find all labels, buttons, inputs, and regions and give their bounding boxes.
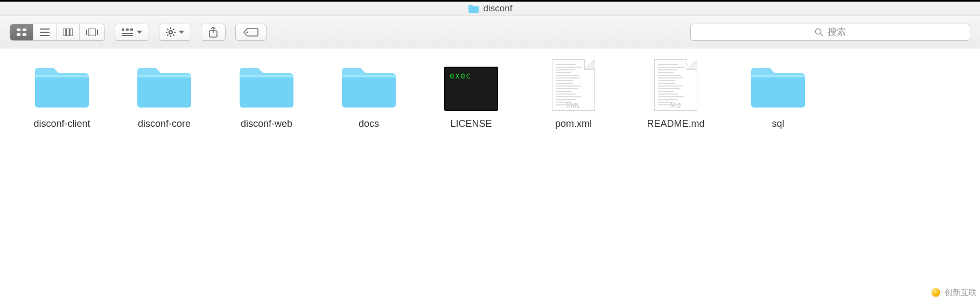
svg-rect-36 <box>240 75 293 108</box>
svg-line-23 <box>167 28 169 30</box>
search-placeholder: 搜索 <box>828 26 846 38</box>
grid-icon <box>17 28 26 36</box>
svg-point-30 <box>816 28 821 34</box>
file-grid[interactable]: disconf-clientdisconf-coredisconf-webdoc… <box>0 48 980 175</box>
list-icon <box>40 28 50 36</box>
watermark: 创新互联 <box>930 287 977 298</box>
folder-icon-wrap <box>32 59 92 111</box>
toolbar: 搜索 <box>0 16 980 48</box>
chevron-down-icon <box>137 31 142 34</box>
svg-rect-15 <box>130 28 133 31</box>
gallery-icon <box>86 28 98 36</box>
doc-icon-wrap: MD <box>646 59 706 111</box>
svg-line-26 <box>173 28 174 30</box>
svg-rect-4 <box>40 28 50 30</box>
titlebar: disconf <box>0 0 980 16</box>
file-item[interactable]: execLICENSE <box>420 59 522 161</box>
folder-icon-wrap <box>236 59 297 111</box>
folder-icon-wrap <box>748 59 808 111</box>
folder-icon <box>468 4 479 13</box>
file-item[interactable]: disconf-web <box>215 59 318 161</box>
svg-rect-12 <box>97 30 98 35</box>
file-label: pom.xml <box>555 118 592 130</box>
svg-rect-34 <box>137 75 191 108</box>
svg-rect-14 <box>126 28 129 31</box>
exec-icon: exec <box>444 67 498 111</box>
file-item[interactable]: XMLpom.xml <box>522 59 625 161</box>
view-column-button[interactable] <box>57 24 80 40</box>
folder-icon-wrap <box>339 59 399 111</box>
svg-rect-32 <box>35 75 89 108</box>
view-icon-button[interactable] <box>10 24 33 40</box>
arrange-button[interactable] <box>115 24 149 40</box>
search-input[interactable]: 搜索 <box>690 24 970 41</box>
svg-rect-3 <box>23 33 26 36</box>
file-item[interactable]: docs <box>318 59 420 161</box>
view-gallery-button[interactable] <box>80 24 104 40</box>
chevron-down-icon <box>179 31 184 34</box>
svg-rect-38 <box>342 75 396 108</box>
folder-icon-wrap <box>134 59 194 111</box>
file-label: README.md <box>647 118 704 130</box>
svg-rect-35 <box>137 75 191 77</box>
file-label: docs <box>359 118 379 130</box>
svg-point-18 <box>169 31 172 34</box>
svg-rect-11 <box>89 28 95 36</box>
svg-rect-5 <box>40 32 50 33</box>
arrange-group <box>115 24 149 41</box>
svg-line-31 <box>821 33 823 36</box>
svg-rect-7 <box>63 28 66 36</box>
svg-rect-40 <box>751 75 805 108</box>
doc-icon-wrap: XML <box>543 59 604 111</box>
svg-rect-9 <box>70 28 73 36</box>
svg-rect-39 <box>342 75 396 77</box>
view-list-button[interactable] <box>33 24 57 40</box>
share-button[interactable] <box>201 24 226 41</box>
window-title: disconf <box>484 3 513 14</box>
svg-line-25 <box>167 34 169 35</box>
svg-rect-0 <box>17 28 20 31</box>
exec-icon-wrap: exec <box>441 59 501 111</box>
file-label: disconf-client <box>33 118 90 130</box>
tags-button[interactable] <box>235 24 267 41</box>
document-icon: MD <box>654 59 697 111</box>
svg-point-29 <box>246 31 248 33</box>
svg-rect-16 <box>122 33 133 34</box>
svg-rect-37 <box>240 75 293 77</box>
svg-line-24 <box>173 34 174 35</box>
file-label: sql <box>772 118 784 130</box>
watermark-logo-icon <box>930 287 941 298</box>
file-item[interactable]: disconf-client <box>11 59 113 161</box>
svg-rect-13 <box>122 28 124 31</box>
svg-rect-17 <box>122 35 133 36</box>
columns-icon <box>63 28 73 36</box>
file-label: LICENSE <box>450 118 492 130</box>
file-item[interactable]: sql <box>727 59 829 161</box>
svg-rect-33 <box>35 75 89 77</box>
action-button[interactable] <box>159 24 191 40</box>
svg-rect-10 <box>86 30 87 35</box>
view-mode-group <box>10 24 105 41</box>
svg-rect-6 <box>40 35 50 36</box>
share-icon <box>209 27 218 38</box>
gear-icon <box>166 27 176 37</box>
file-item[interactable]: MDREADME.md <box>625 59 727 161</box>
arrange-icon <box>122 28 134 36</box>
file-label: disconf-web <box>241 118 292 130</box>
file-item[interactable]: disconf-core <box>113 59 215 161</box>
svg-rect-1 <box>23 28 26 31</box>
svg-rect-2 <box>17 33 20 36</box>
svg-rect-8 <box>67 28 69 36</box>
watermark-text: 创新互联 <box>944 288 977 298</box>
tag-icon <box>243 28 258 37</box>
document-icon: XML <box>552 59 595 111</box>
action-group <box>159 24 191 41</box>
file-label: disconf-core <box>138 118 191 130</box>
search-icon <box>815 28 823 37</box>
svg-rect-41 <box>751 75 805 77</box>
